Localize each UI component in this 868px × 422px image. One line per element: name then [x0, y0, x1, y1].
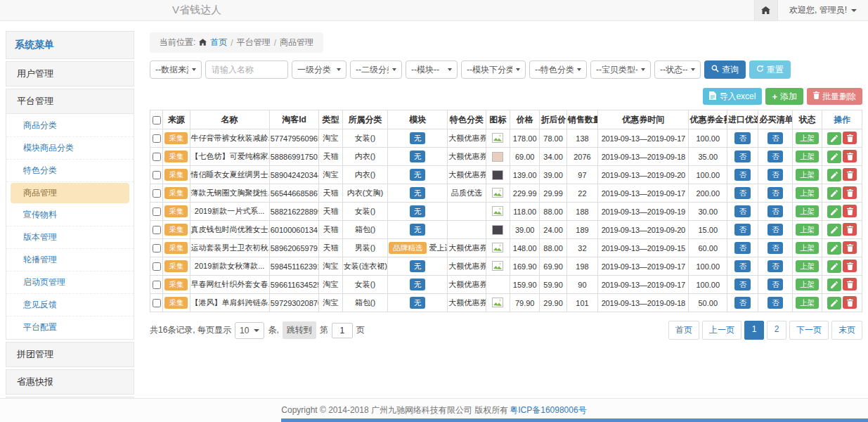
edit-button[interactable]	[827, 151, 841, 163]
delete-button[interactable]	[843, 260, 857, 272]
sidebar-item[interactable]: 版本管理	[6, 226, 134, 249]
sidebar-group[interactable]: 平台管理	[6, 89, 134, 114]
sidebar-item[interactable]: 启动页管理	[6, 271, 134, 294]
delete-button[interactable]	[843, 132, 857, 144]
edit-button[interactable]	[827, 132, 841, 145]
imported-toggle-badge[interactable]: 否	[734, 242, 751, 254]
status-badge[interactable]: 上架	[796, 151, 819, 162]
page-button[interactable]: 2	[767, 321, 786, 340]
name-search-input[interactable]	[205, 60, 288, 79]
imported-toggle-badge[interactable]: 否	[734, 279, 751, 290]
imported-toggle-badge[interactable]: 否	[734, 297, 751, 309]
must-buy-toggle-badge[interactable]: 否	[767, 205, 784, 217]
delete-button[interactable]	[843, 205, 857, 217]
delete-button[interactable]	[843, 186, 857, 199]
sidebar-item[interactable]: 宣传物料	[6, 204, 134, 226]
status-badge[interactable]: 上架	[796, 279, 819, 290]
filter-select[interactable]: --状态--	[654, 60, 701, 79]
row-checkbox[interactable]	[153, 207, 161, 216]
imported-toggle-badge[interactable]: 否	[734, 169, 751, 181]
delete-button[interactable]	[843, 296, 857, 309]
edit-button[interactable]	[827, 242, 841, 255]
filter-select[interactable]: --二级分类--	[350, 60, 402, 79]
edit-button[interactable]	[827, 169, 841, 181]
row-checkbox[interactable]	[153, 262, 161, 271]
imported-toggle-badge[interactable]: 否	[734, 187, 751, 199]
icp-link[interactable]: 粤ICP备16098006号	[510, 404, 586, 416]
filter-select[interactable]: --宝贝类型--	[590, 60, 651, 79]
sidebar-item[interactable]: 平台配置	[6, 316, 134, 338]
page-button[interactable]: 1	[744, 321, 764, 340]
import-excel-button[interactable]: 导入excel	[703, 88, 762, 105]
must-buy-toggle-badge[interactable]: 否	[767, 151, 784, 162]
row-checkbox[interactable]	[153, 171, 161, 179]
row-checkbox[interactable]	[153, 244, 161, 252]
sidebar-item[interactable]: 商品管理	[11, 183, 129, 203]
must-buy-toggle-badge[interactable]: 否	[767, 242, 784, 254]
sidebar-group[interactable]: 省惠快报	[6, 369, 134, 395]
page-number-input[interactable]	[332, 323, 353, 338]
per-page-select[interactable]: 10	[235, 322, 264, 339]
delete-button[interactable]	[843, 223, 857, 236]
edit-button[interactable]	[827, 279, 841, 291]
filter-select[interactable]: --数据来源--	[150, 60, 202, 79]
status-badge[interactable]: 上架	[796, 260, 819, 272]
reset-button[interactable]: 重置	[749, 60, 791, 79]
delete-button[interactable]	[843, 278, 857, 290]
sidebar-item[interactable]: 商品分类	[6, 115, 134, 137]
edit-button[interactable]	[827, 205, 841, 218]
row-checkbox[interactable]	[153, 134, 161, 143]
row-checkbox[interactable]	[153, 153, 161, 161]
jump-button[interactable]: 跳转到	[283, 321, 316, 339]
sidebar-item[interactable]: 特色分类	[6, 160, 134, 182]
filter-select[interactable]: 一级分类	[292, 60, 346, 79]
sidebar-item[interactable]: 轮播管理	[6, 249, 134, 271]
filter-select[interactable]: --模块--	[406, 60, 458, 79]
status-badge[interactable]: 上架	[796, 224, 819, 236]
batch-delete-button[interactable]: 批量删除	[807, 88, 862, 105]
must-buy-toggle-badge[interactable]: 否	[767, 279, 784, 290]
must-buy-toggle-badge[interactable]: 否	[767, 187, 784, 199]
filter-select[interactable]: --模块下分类--	[461, 60, 526, 79]
user-menu[interactable]: 欢迎您, 管理员!	[778, 0, 868, 20]
row-checkbox[interactable]	[153, 226, 161, 234]
status-badge[interactable]: 上架	[796, 169, 819, 181]
must-buy-toggle-badge[interactable]: 否	[767, 169, 784, 181]
page-button[interactable]: 下一页	[789, 321, 829, 340]
row-checkbox[interactable]	[153, 281, 161, 289]
edit-button[interactable]	[827, 297, 841, 309]
status-badge[interactable]: 上架	[796, 205, 819, 217]
sidebar-item[interactable]: 模块商品分类	[6, 137, 134, 160]
home-button[interactable]	[754, 0, 778, 20]
status-badge[interactable]: 上架	[796, 297, 819, 309]
breadcrumb-home-link[interactable]: 首页	[210, 37, 227, 49]
imported-toggle-badge[interactable]: 否	[734, 205, 751, 217]
sidebar-item[interactable]: 意见反馈	[6, 294, 134, 316]
delete-button[interactable]	[843, 168, 857, 181]
sidebar-group[interactable]: 用户管理	[6, 61, 134, 87]
status-badge[interactable]: 上架	[796, 132, 819, 144]
status-badge[interactable]: 上架	[796, 242, 819, 254]
must-buy-toggle-badge[interactable]: 否	[767, 224, 784, 236]
page-button[interactable]: 首页	[668, 321, 699, 340]
page-button[interactable]: 末页	[831, 321, 862, 340]
imported-toggle-badge[interactable]: 否	[734, 132, 751, 144]
search-button[interactable]: 查询	[704, 60, 746, 79]
imported-toggle-badge[interactable]: 否	[734, 151, 751, 162]
add-button[interactable]: + 添加	[765, 88, 803, 105]
must-buy-toggle-badge[interactable]: 否	[767, 132, 784, 144]
row-checkbox[interactable]	[153, 299, 161, 307]
imported-toggle-badge[interactable]: 否	[734, 260, 751, 272]
status-badge[interactable]: 上架	[796, 187, 819, 199]
filter-select[interactable]: --特色分类--	[529, 60, 587, 79]
delete-button[interactable]	[843, 150, 857, 162]
sidebar-group[interactable]: 拼团管理	[6, 342, 134, 367]
must-buy-toggle-badge[interactable]: 否	[767, 297, 784, 309]
page-button[interactable]: 上一页	[702, 321, 741, 340]
edit-button[interactable]	[827, 260, 841, 273]
delete-button[interactable]	[843, 241, 857, 254]
edit-button[interactable]	[827, 224, 841, 236]
row-checkbox[interactable]	[153, 189, 161, 198]
select-all-checkbox[interactable]	[153, 116, 161, 124]
must-buy-toggle-badge[interactable]: 否	[767, 260, 784, 272]
